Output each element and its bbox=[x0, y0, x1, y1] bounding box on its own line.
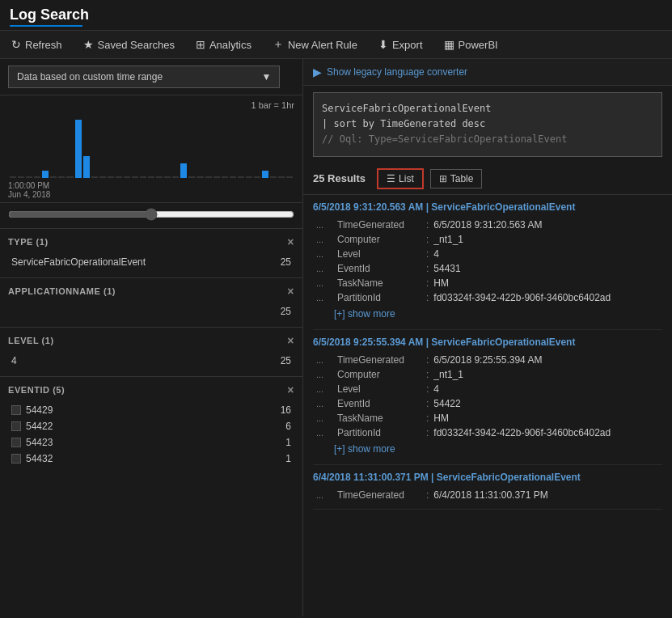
show-more-link[interactable]: [+] show more bbox=[313, 305, 662, 323]
analytics-button[interactable]: ⊞ Analytics bbox=[192, 36, 255, 53]
facet-checkbox[interactable] bbox=[11, 421, 21, 431]
facet-label-text: 54429 bbox=[26, 404, 53, 416]
field-colon: : bbox=[426, 248, 429, 260]
facet-close-1[interactable]: × bbox=[287, 285, 294, 298]
field-expand-icon[interactable]: ... bbox=[316, 235, 337, 244]
facet-row[interactable]: ServiceFabricOperationalEvent25 bbox=[8, 255, 294, 269]
new-alert-button[interactable]: ＋ New Alert Rule bbox=[269, 36, 361, 53]
chart-bar bbox=[140, 176, 146, 178]
facet-name-3: EVENTID (5) bbox=[8, 385, 65, 395]
chart-bar bbox=[148, 176, 154, 178]
field-name: Level bbox=[337, 383, 426, 395]
result-fields-1: ...TimeGenerated:6/5/2018 9:25:55.394 AM… bbox=[313, 353, 662, 440]
export-button[interactable]: ⬇ Export bbox=[375, 36, 426, 53]
field-colon: : bbox=[426, 489, 429, 501]
show-more-link[interactable]: [+] show more bbox=[313, 440, 662, 458]
result-fields-2: ...TimeGenerated:6/4/2018 11:31:00.371 P… bbox=[313, 488, 662, 502]
field-expand-icon[interactable]: ... bbox=[316, 490, 337, 500]
field-expand-icon[interactable]: ... bbox=[316, 249, 337, 259]
result-field: ...Computer:_nt1_1 bbox=[316, 232, 662, 247]
chart-bar bbox=[278, 176, 285, 178]
legacy-lang-row[interactable]: ▶ Show legacy language converter bbox=[303, 59, 672, 86]
facet-name-0: TYPE (1) bbox=[8, 237, 49, 247]
chart-bar bbox=[124, 176, 130, 178]
facet-row-label: ServiceFabricOperationalEvent bbox=[11, 256, 146, 268]
field-expand-icon[interactable]: ... bbox=[316, 264, 337, 273]
result-header-2[interactable]: 6/4/2018 11:31:00.371 PM | ServiceFabric… bbox=[313, 472, 662, 483]
field-expand-icon[interactable]: ... bbox=[316, 399, 337, 408]
facet-row-count: 6 bbox=[285, 421, 291, 432]
chart-bar bbox=[238, 176, 244, 178]
table-view-label: Table bbox=[450, 173, 474, 184]
field-colon: : bbox=[426, 277, 429, 289]
field-colon: : bbox=[426, 354, 429, 366]
chart-bar bbox=[42, 171, 49, 178]
field-expand-icon[interactable]: ... bbox=[316, 293, 337, 303]
chart-bar bbox=[246, 176, 252, 178]
facet-row[interactable]: 544321 bbox=[8, 451, 294, 466]
chart-bar bbox=[132, 176, 138, 178]
facet-header-3: EVENTID (5)× bbox=[8, 383, 294, 396]
refresh-button[interactable]: ↻ Refresh bbox=[8, 36, 66, 53]
field-value: _nt1_1 bbox=[433, 369, 463, 380]
facet-checkbox[interactable] bbox=[11, 438, 21, 447]
main-layout: Data based on custom time range ▼ 1 bar … bbox=[0, 59, 672, 616]
field-value: fd03324f-3942-422b-906f-3460bc6402ad bbox=[433, 292, 611, 303]
facet-row-count: 25 bbox=[281, 355, 291, 366]
list-item: 6/5/2018 9:31:20.563 AM | ServiceFabricO… bbox=[313, 195, 662, 330]
field-colon: : bbox=[426, 413, 429, 424]
facet-row-count: 16 bbox=[281, 404, 291, 416]
result-fields-0: ...TimeGenerated:6/5/2018 9:31:20.563 AM… bbox=[313, 218, 662, 305]
facet-close-2[interactable]: × bbox=[287, 334, 294, 347]
field-value: 54422 bbox=[433, 398, 460, 409]
saved-searches-button[interactable]: ★ Saved Searches bbox=[80, 36, 178, 53]
field-expand-icon[interactable]: ... bbox=[316, 413, 337, 423]
facet-row[interactable]: 544226 bbox=[8, 419, 294, 434]
field-name: TimeGenerated bbox=[337, 219, 426, 231]
chevron-down-icon: ▼ bbox=[261, 71, 271, 83]
field-name: TimeGenerated bbox=[337, 489, 426, 501]
results-bar: 25 Results ☰ List ⊞ Table bbox=[303, 163, 672, 195]
facet-row[interactable]: 25 bbox=[8, 304, 294, 319]
field-expand-icon[interactable]: ... bbox=[316, 220, 337, 230]
result-field: ...Level:4 bbox=[316, 382, 662, 396]
field-name: Level bbox=[337, 248, 426, 260]
chart-area: 1 bar = 1hr 1:00:00 PM Jun 4, 2018 bbox=[0, 95, 302, 203]
facet-section-3: EVENTID (5)×5442916544226544231544321 bbox=[0, 376, 302, 474]
facet-row[interactable]: 425 bbox=[8, 353, 294, 368]
toolbar: ↻ Refresh ★ Saved Searches ⊞ Analytics ＋… bbox=[0, 31, 672, 59]
field-expand-icon[interactable]: ... bbox=[316, 355, 337, 365]
result-header-0[interactable]: 6/5/2018 9:31:20.563 AM | ServiceFabricO… bbox=[313, 201, 662, 213]
table-view-button[interactable]: ⊞ Table bbox=[430, 169, 483, 188]
powerbi-button[interactable]: ▦ PowerBI bbox=[441, 36, 501, 53]
chart-bar bbox=[213, 176, 220, 178]
facet-header-1: APPLICATIONNAME (1)× bbox=[8, 285, 294, 298]
list-view-button[interactable]: ☰ List bbox=[377, 168, 424, 189]
time-range-label: Data based on custom time range bbox=[17, 71, 163, 83]
field-expand-icon[interactable]: ... bbox=[316, 278, 337, 288]
time-range-select[interactable]: Data based on custom time range ▼ bbox=[8, 66, 280, 88]
facet-close-0[interactable]: × bbox=[287, 235, 294, 248]
list-item: 6/5/2018 9:25:55.394 AM | ServiceFabricO… bbox=[313, 330, 662, 465]
facet-row[interactable]: 544231 bbox=[8, 435, 294, 450]
facet-checkbox[interactable] bbox=[11, 405, 21, 415]
facet-close-3[interactable]: × bbox=[287, 383, 294, 396]
field-name: TimeGenerated bbox=[337, 354, 426, 366]
result-header-1[interactable]: 6/5/2018 9:25:55.394 AM | ServiceFabricO… bbox=[313, 337, 662, 348]
field-expand-icon[interactable]: ... bbox=[316, 428, 337, 438]
field-expand-icon[interactable]: ... bbox=[316, 370, 337, 379]
facet-row-count: 25 bbox=[281, 306, 291, 317]
plus-icon: ＋ bbox=[273, 37, 284, 52]
field-expand-icon[interactable]: ... bbox=[316, 384, 337, 394]
query-line-1: | sort by TimeGenerated desc bbox=[322, 116, 653, 132]
bar-chart bbox=[8, 113, 294, 178]
facet-checkbox[interactable] bbox=[11, 454, 21, 464]
field-name: TaskName bbox=[337, 413, 426, 424]
facet-row[interactable]: 5442916 bbox=[8, 403, 294, 417]
result-field: ...TimeGenerated:6/5/2018 9:25:55.394 AM bbox=[316, 353, 662, 367]
time-range-slider[interactable] bbox=[8, 208, 294, 221]
facet-row-label: 4 bbox=[11, 355, 17, 366]
query-box[interactable]: ServiceFabricOperationalEvent| sort by T… bbox=[313, 92, 662, 157]
facet-section-0: TYPE (1)×ServiceFabricOperationalEvent25 bbox=[0, 228, 302, 277]
result-field: ...Level:4 bbox=[316, 247, 662, 261]
